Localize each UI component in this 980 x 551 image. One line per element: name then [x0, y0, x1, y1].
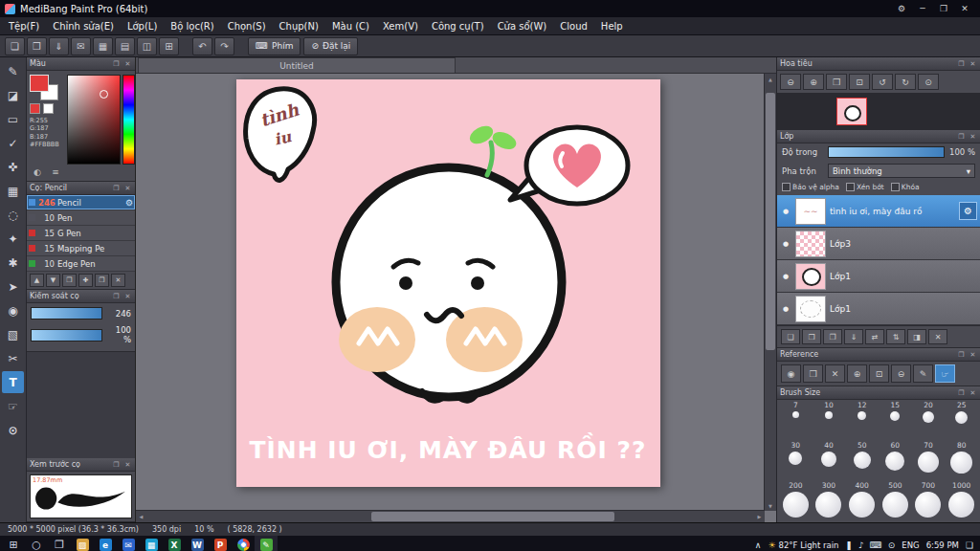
menu-item-8[interactable]: Công cụ(T) — [425, 17, 491, 34]
panel-float-icon[interactable]: ❐ — [112, 185, 121, 192]
select-pen-tool[interactable]: ✓ — [2, 132, 24, 154]
touch-keyboard-icon[interactable]: ⌨ — [870, 540, 882, 550]
brush-size-10[interactable]: 10 — [813, 401, 846, 441]
chrome-taskbar-button[interactable] — [232, 536, 255, 551]
display-icon[interactable]: ❚ — [846, 540, 854, 550]
word-taskbar-button[interactable]: W — [186, 536, 209, 551]
brush-row-4[interactable]: 10Edge Pen — [27, 256, 135, 272]
transfer-layer-icon[interactable]: ⇄ — [865, 329, 884, 344]
menu-item-3[interactable]: Bộ lọc(R) — [164, 17, 220, 34]
foreground-color-swatch[interactable] — [30, 75, 49, 92]
ref-fit-icon[interactable]: ⊡ — [869, 364, 889, 383]
actual-size-icon[interactable]: ⊡ — [849, 74, 870, 90]
notification-center-icon[interactable]: ❏ — [966, 540, 973, 550]
menu-item-4[interactable]: Chọn(S) — [221, 17, 273, 34]
open-image-icon[interactable]: ❒ — [803, 364, 823, 383]
brush-size-300[interactable]: 300 — [813, 481, 846, 521]
clock[interactable]: 6:59 PM — [926, 540, 959, 550]
capture-image-icon[interactable]: ◉ — [781, 364, 801, 383]
saturation-value-picker[interactable] — [67, 75, 121, 165]
fill-tool[interactable]: ◉ — [2, 299, 24, 321]
vertical-scrollbar[interactable]: ▲ ▼ — [764, 74, 776, 511]
language-indicator[interactable]: ENG — [902, 540, 919, 550]
scroll-up-icon[interactable]: ▲ — [765, 74, 776, 84]
maximize-button[interactable]: ❐ — [933, 1, 954, 17]
layer-row-3[interactable]: ●Lớp1 — [777, 293, 980, 325]
gradient-tool[interactable]: ▧ — [2, 323, 24, 345]
brush-down-icon[interactable]: ▼ — [46, 274, 60, 287]
menu-item-10[interactable]: Cloud — [553, 17, 594, 34]
reorder-layer-icon[interactable]: ⇅ — [886, 329, 905, 344]
color-picker-cursor[interactable] — [100, 90, 108, 99]
hand-tool[interactable]: ☞ — [2, 395, 24, 417]
close-button[interactable]: ✕ — [954, 1, 975, 17]
panel-float-icon[interactable]: ❐ — [112, 293, 121, 300]
document-tab[interactable]: Untitled — [138, 57, 456, 73]
brush-row-1[interactable]: 10Pen — [27, 210, 135, 226]
powerpoint-taskbar-button[interactable]: P — [209, 536, 232, 551]
mail-taskbar-button[interactable]: ✉ — [117, 536, 140, 551]
layer-row-1[interactable]: ●Lớp3 — [777, 228, 980, 260]
folder-taskbar-button[interactable]: ▨ — [71, 536, 94, 551]
layer-visibility-icon[interactable]: ● — [780, 208, 791, 215]
tray-expand-icon[interactable]: ∧ — [755, 540, 762, 550]
close-image-icon[interactable]: ✕ — [825, 364, 845, 383]
undo-icon[interactable]: ↶ — [192, 37, 212, 55]
operation-tool[interactable]: ➤ — [2, 276, 24, 298]
protect-alpha-checkbox[interactable]: Bảo vệ alpha — [782, 183, 839, 191]
brush-size-12[interactable]: 12 — [845, 401, 879, 441]
redo-icon[interactable]: ↷ — [214, 37, 234, 55]
menu-item-0[interactable]: Tệp(F) — [2, 17, 46, 34]
magic-wand-tool[interactable]: ✦ — [2, 228, 24, 250]
brush-size-60[interactable]: 60 — [879, 441, 912, 481]
panel-close-icon[interactable]: ✕ — [969, 60, 977, 68]
layer-visibility-icon[interactable]: ● — [780, 273, 791, 280]
color-window-icon[interactable]: ▦ — [93, 37, 113, 55]
lasso-tool[interactable]: ◌ — [2, 204, 24, 226]
canvas-viewport[interactable]: tình iu TÌNH IU ƠI, MÀY ĐÂU RỒI ?? ▲ — [136, 74, 776, 522]
brush-size-slider[interactable] — [31, 307, 102, 320]
material-window-icon[interactable]: ▤ — [115, 37, 135, 55]
color-sliders-icon[interactable]: ≡ — [49, 166, 62, 178]
minimize-button[interactable]: ─ — [912, 1, 933, 17]
blend-mode-dropdown[interactable]: Bình thường ▾ — [828, 164, 975, 178]
horizontal-scroll-thumb[interactable] — [371, 512, 614, 521]
navigator-preview[interactable] — [777, 93, 980, 129]
layer-row-0[interactable]: ●tình iu ơi, mày đâu rồ⚙ — [777, 195, 980, 228]
brush-size-1000[interactable]: 1000 — [945, 481, 978, 521]
brush-size-20[interactable]: 20 — [912, 401, 946, 441]
zoom-in-icon[interactable]: ⊕ — [803, 74, 824, 90]
photos-taskbar-button[interactable]: ▦ — [140, 536, 163, 551]
duplicate-brush-icon[interactable]: ❐ — [95, 274, 109, 287]
color-swatch-1[interactable] — [30, 103, 40, 114]
menu-item-7[interactable]: Xem(V) — [376, 17, 425, 34]
scroll-down-icon[interactable]: ▼ — [765, 500, 776, 511]
reset-button[interactable]: ⊘ Đặt lại — [303, 37, 358, 55]
brush-size-200[interactable]: 200 — [779, 481, 813, 521]
brush-size-25[interactable]: 25 — [945, 401, 978, 441]
delete-brush-icon[interactable]: ✕ — [111, 274, 125, 287]
menu-item-5[interactable]: Chụp(N) — [273, 17, 325, 34]
panel-float-icon[interactable]: ❐ — [112, 60, 121, 68]
lock-checkbox[interactable]: Khóa — [891, 183, 920, 191]
layer-settings-icon[interactable]: ⚙ — [959, 202, 977, 220]
zoom-out-icon[interactable]: ⊖ — [780, 74, 801, 90]
open-file-icon[interactable]: ❒ — [27, 37, 47, 55]
auto-select-tool[interactable]: ✱ — [2, 252, 24, 274]
clipping-checkbox[interactable]: Xén bớt — [846, 183, 884, 191]
panel-close-icon[interactable]: ✕ — [969, 133, 977, 141]
settings-button[interactable]: ⚙ — [891, 1, 912, 17]
color-wheel-icon[interactable]: ◐ — [31, 166, 44, 178]
text-tool[interactable]: T — [2, 371, 24, 393]
panel-close-icon[interactable]: ✕ — [969, 351, 977, 359]
duplicate-layer-icon[interactable]: ❐ — [823, 329, 842, 344]
volume-icon[interactable]: ♪ — [858, 540, 864, 550]
slice-tool[interactable]: ✂ — [2, 347, 24, 369]
rect-select-tool[interactable]: ▦ — [2, 180, 24, 202]
layer-opacity-slider[interactable] — [828, 146, 945, 158]
brush-size-15[interactable]: 15 — [879, 401, 912, 441]
menu-item-2[interactable]: Lớp(L) — [121, 17, 164, 34]
panel-float-icon[interactable]: ❐ — [957, 351, 966, 359]
brush-folder-icon[interactable]: ❒ — [62, 274, 77, 287]
menu-item-1[interactable]: Chỉnh sửa(E) — [46, 17, 121, 34]
